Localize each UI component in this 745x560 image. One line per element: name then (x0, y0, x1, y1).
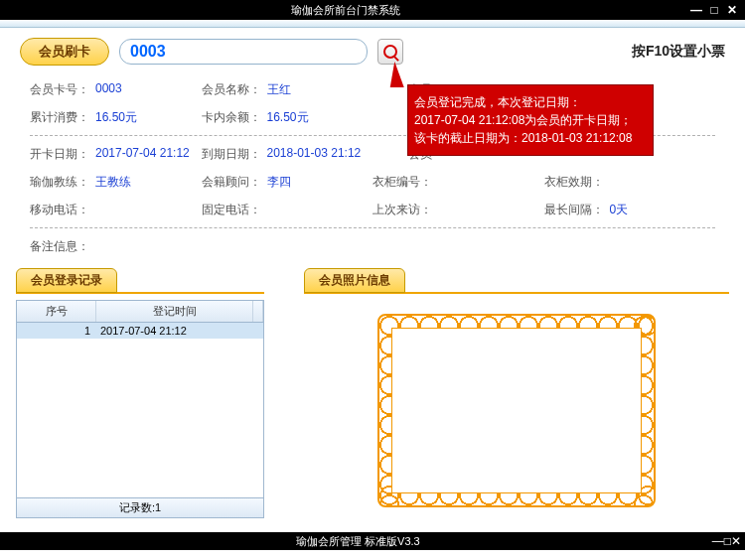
balance-label: 卡内余额： (202, 109, 261, 126)
login-grid: 序号 登记时间 1 2017-07-04 21:12 记录数:1 (16, 300, 264, 518)
spend-label: 累计消费： (30, 109, 89, 126)
popup-line: 会员登记完成，本次登记日期： (414, 93, 647, 111)
maximize-button[interactable]: □ (724, 534, 731, 548)
spend-value: 16.50元 (95, 109, 137, 126)
cell-seq: 1 (17, 325, 96, 337)
advisor-label: 会籍顾问： (202, 174, 261, 191)
balance-value: 16.50元 (267, 109, 309, 126)
max-gap-value: 0天 (610, 202, 629, 218)
photo-placeholder (391, 328, 642, 493)
photo-frame (377, 314, 656, 507)
expire-date-value: 2018-01-03 21:12 (267, 146, 362, 163)
cell-time: 2017-07-04 21:12 (96, 325, 263, 337)
login-record-tab[interactable]: 会员登录记录 (16, 268, 117, 293)
close-button[interactable]: ✕ (723, 3, 741, 17)
locker-exp-label: 衣柜效期： (544, 174, 604, 191)
f10-hint: 按F10设置小票 (632, 43, 725, 61)
phone-label: 固定电话： (202, 202, 261, 218)
col-seq[interactable]: 序号 (17, 301, 96, 322)
card-no-value: 0003 (95, 81, 122, 98)
locker-no-label: 衣柜编号： (372, 174, 432, 191)
col-time[interactable]: 登记时间 (96, 301, 253, 322)
max-gap-label: 最长间隔： (544, 202, 604, 218)
secondary-titlebar: 瑜伽会所管理 标准版V3.3 — □ ✕ (0, 532, 745, 550)
card-no-label: 会员卡号： (30, 81, 89, 98)
divider (30, 227, 715, 228)
popup-line: 2017-07-04 21:12:08为会员的开卡日期； (414, 111, 647, 129)
swipe-card-button[interactable]: 会员刷卡 (20, 38, 109, 66)
col-spacer (253, 301, 263, 322)
advisor-value: 李四 (267, 174, 291, 191)
search-icon (383, 45, 397, 59)
login-record-panel: 会员登录记录 序号 登记时间 1 2017-07-04 21:12 记录数:1 (16, 268, 264, 518)
expire-date-label: 到期日期： (202, 146, 261, 163)
open-date-value: 2017-07-04 21:12 (95, 146, 190, 163)
coach-value: 王教练 (95, 174, 131, 191)
coach-label: 瑜伽教练： (30, 174, 89, 191)
last-visit-label: 上次来访： (372, 202, 432, 218)
maximize-button[interactable]: □ (705, 3, 723, 17)
card-number-input[interactable] (119, 39, 368, 65)
photo-panel: 会员照片信息 (304, 268, 729, 518)
secondary-title: 瑜伽会所管理 标准版V3.3 (4, 534, 712, 549)
toolbar-strip (0, 20, 745, 28)
open-date-label: 开卡日期： (30, 146, 89, 163)
close-button[interactable]: ✕ (731, 534, 741, 548)
note-label: 备注信息： (30, 238, 89, 255)
photo-tab[interactable]: 会员照片信息 (304, 268, 405, 293)
minimize-button[interactable]: — (687, 3, 705, 17)
window-titlebar: 瑜伽会所前台门禁系统 — □ ✕ (0, 0, 745, 20)
minimize-button[interactable]: — (712, 534, 724, 548)
name-label: 会员名称： (202, 81, 261, 98)
mobile-label: 移动电话： (30, 202, 89, 218)
grid-footer: 记录数:1 (17, 497, 263, 517)
top-bar: 会员刷卡 按F10设置小票 (0, 28, 745, 75)
popup-line: 该卡的截止日期为：2018-01-03 21:12:08 (414, 129, 647, 147)
name-value: 王红 (267, 81, 291, 98)
window-title: 瑜伽会所前台门禁系统 (4, 3, 687, 18)
notification-popup: 会员登记完成，本次登记日期： 2017-07-04 21:12:08为会员的开卡… (407, 84, 654, 156)
table-row[interactable]: 1 2017-07-04 21:12 (17, 323, 263, 339)
